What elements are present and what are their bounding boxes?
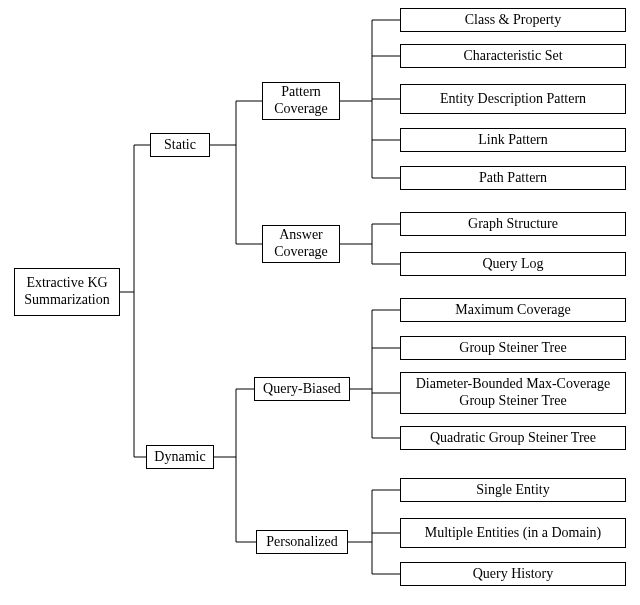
connector-lines bbox=[0, 0, 640, 605]
